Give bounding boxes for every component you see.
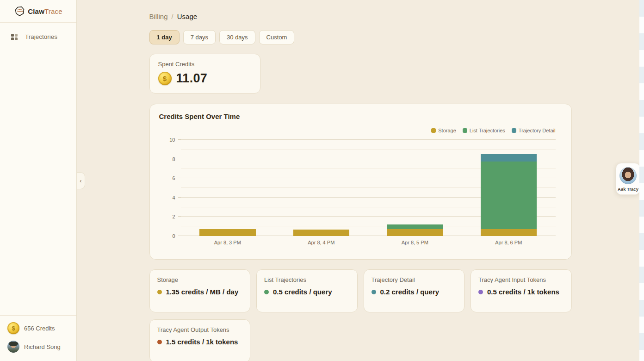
pricing-card-label: Tracy Agent Output Tokens [157,326,243,333]
legend-swatch-storage [431,128,436,133]
y-axis-tickmark [178,197,181,198]
pricing-card-label: Storage [157,276,243,283]
storage-dot-icon [157,290,162,294]
sidebar: ClawTrace Trajectories $ 656 Credits Ric… [0,0,77,361]
coin-icon: $ [158,72,172,85]
y-axis-tickmark [178,139,181,140]
credits-balance[interactable]: $ 656 Credits [7,322,69,334]
pricing-card-label: Tracy Agent Input Tokens [478,276,564,283]
brand-name-primary: Claw [28,7,44,15]
breadcrumb: Billing / Usage [149,12,572,20]
bar-segment-list-trajectories[interactable] [481,162,537,229]
bar-segment-storage[interactable] [293,230,350,236]
main-content: Billing / Usage 1 day 7 days 30 days Cus… [77,0,644,361]
legend-swatch-list-trajectories [463,128,467,133]
bar-segment-storage[interactable] [199,229,256,236]
legend-item-list-trajectories[interactable]: List Trajectories [463,128,505,133]
range-chip-custom[interactable]: Custom [259,30,295,44]
legend-item-storage[interactable]: Storage [431,128,456,133]
user-menu[interactable]: Richard Song [7,341,69,353]
y-axis-tick-label: 6 [172,175,175,181]
chart-title: Credits Spent Over Time [159,112,556,120]
user-avatar [7,341,19,353]
spent-credits-value: 11.07 [176,71,208,86]
brand-logo[interactable]: ClawTrace [0,0,76,23]
range-chip-1-day[interactable]: 1 day [149,30,180,44]
pricing-card-storage: Storage 1.35 credits / MB / day [149,269,251,312]
x-axis-label: Apr 8, 3 PM [214,240,241,245]
pricing-cards: Storage 1.35 credits / MB / day List Tra… [149,269,572,361]
y-axis-tickmark [178,159,181,159]
y-axis-tick-label: 10 [169,137,175,143]
brand-name: ClawTrace [28,7,62,15]
grid-icon [11,34,18,40]
chevron-left-icon: ‹ [80,177,81,184]
sidebar-nav: Trajectories [0,23,76,51]
sidebar-item-label: Trajectories [25,33,57,40]
breadcrumb-separator: / [172,12,173,20]
sidebar-item-trajectories[interactable]: Trajectories [5,29,72,44]
pricing-card-list-trajectories: List Trajectories 0.5 credits / query [256,269,358,312]
credits-chart-card: Credits Spent Over Time Storage List Tra… [149,104,572,260]
pricing-card-value: 1.35 credits / MB / day [166,287,239,297]
bar-segment-storage[interactable] [481,229,537,236]
pricing-card-label: List Trajectories [264,276,350,283]
credits-balance-label: 656 Credits [24,325,55,332]
date-range-filters: 1 day 7 days 30 days Custom [149,30,572,44]
y-axis-tick-label: 0 [172,233,175,239]
x-axis-label: Apr 8, 6 PM [495,240,522,245]
pricing-card-value: 0.5 credits / query [273,287,332,297]
clawtrace-logo-icon [14,6,25,17]
legend-label: Storage [438,128,456,133]
y-axis-tick-label: 8 [172,156,175,162]
pricing-card-tracy-input-tokens: Tracy Agent Input Tokens 0.5 credits / 1… [471,269,572,312]
chart-plot: 0246810Apr 8, 3 PMApr 8, 4 PMApr 8, 5 PM… [181,140,556,236]
legend-item-trajectory-detail[interactable]: Trajectory Detail [512,128,556,133]
coin-icon: $ [7,322,19,334]
sidebar-footer: $ 656 Credits Richard Song [0,315,76,361]
legend-label: List Trajectories [470,128,505,133]
ask-tracy-label: Ask Tracy [617,187,639,192]
chart-legend: Storage List Trajectories Trajectory Det… [159,128,556,133]
legend-swatch-trajectory-detail [512,128,516,133]
spent-credits-card: Spent Credits $ 11.07 [149,54,260,93]
range-chip-7-days[interactable]: 7 days [183,30,216,44]
y-axis-tickmark [178,236,181,236]
x-axis-label: Apr 8, 5 PM [402,240,428,245]
bar-segment-trajectory-detail[interactable] [481,154,537,162]
pricing-card-value: 1.5 credits / 1k tokens [166,337,238,347]
input-tokens-dot-icon [478,290,483,294]
ask-tracy-widget[interactable]: Ask Tracy [616,163,640,195]
trajectory-detail-dot-icon [372,290,376,294]
output-tokens-dot-icon [157,340,162,344]
y-axis-tick-label: 4 [172,195,175,200]
tracy-avatar [619,167,637,184]
breadcrumb-billing[interactable]: Billing [149,12,168,20]
user-name: Richard Song [24,343,61,350]
y-axis-tickmark [178,216,181,217]
right-edge-scroll-strip[interactable] [639,0,644,361]
range-chip-30-days[interactable]: 30 days [219,30,255,44]
pricing-card-label: Trajectory Detail [372,276,457,283]
y-axis-tickmark [178,178,181,178]
x-axis-label: Apr 8, 4 PM [308,240,334,245]
y-axis-tick-label: 2 [172,214,175,219]
sidebar-collapse-button[interactable]: ‹ [77,172,85,189]
pricing-card-value: 0.5 credits / 1k tokens [487,287,559,297]
pricing-card-trajectory-detail: Trajectory Detail 0.2 credits / query [364,269,465,312]
gridline [181,139,556,140]
spent-credits-label: Spent Credits [158,61,252,68]
gridline [181,149,556,149]
brand-name-secondary: Trace [44,7,62,15]
breadcrumb-usage: Usage [177,12,197,20]
legend-label: Trajectory Detail [519,128,556,133]
bar-segment-list-trajectories[interactable] [387,224,443,229]
pricing-card-tracy-output-tokens: Tracy Agent Output Tokens 1.5 credits / … [149,319,251,361]
pricing-card-value: 0.2 credits / query [380,287,440,297]
list-trajectories-dot-icon [264,290,269,294]
bar-segment-storage[interactable] [387,229,443,236]
